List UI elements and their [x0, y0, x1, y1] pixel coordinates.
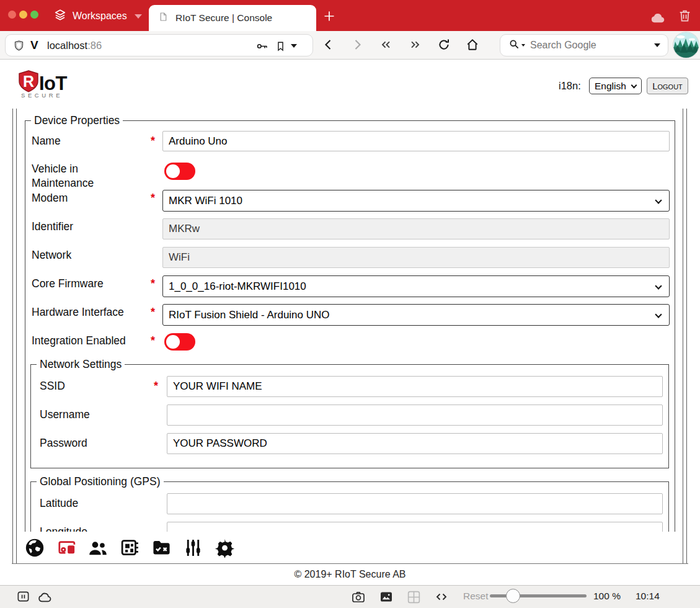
required-marker: * [151, 135, 155, 148]
close-window-button[interactable] [8, 11, 16, 19]
url-field[interactable]: V localhost:86 [5, 34, 313, 56]
device-properties-fieldset: Device Properties Name * Vehicle in Main… [25, 120, 675, 563]
core-firmware-select[interactable]: 1_0_0_16-riot-MKRWIFI1010 [162, 275, 670, 297]
devices-icon-active[interactable] [55, 537, 78, 559]
earth-icon[interactable] [24, 537, 46, 559]
hardware-interface-value: RIoT Fusion Shield - Arduino UNO [169, 309, 330, 321]
bookmark-icon[interactable] [275, 40, 286, 55]
username-input[interactable] [167, 405, 663, 426]
address-toolbar: V localhost:86 [0, 31, 700, 60]
reload-button[interactable] [436, 37, 451, 55]
network-label: Network [32, 249, 71, 262]
panel-toggle-icon[interactable] [16, 589, 30, 606]
i18n-label: i18n: [559, 80, 581, 92]
module-icon[interactable] [118, 537, 141, 559]
logo-iot-text: IoT [39, 73, 68, 94]
integration-enabled-toggle[interactable] [164, 333, 195, 351]
network-input [162, 247, 670, 268]
page-tiling-icon[interactable] [406, 589, 422, 607]
key-icon[interactable] [255, 40, 270, 55]
zoom-slider-thumb[interactable] [506, 589, 520, 603]
search-placeholder: Search Google [530, 40, 654, 51]
images-toggle-icon[interactable] [379, 589, 394, 607]
hardware-interface-label: Hardware Interface [32, 306, 124, 319]
fast-forward-button[interactable] [407, 38, 423, 54]
language-select[interactable]: English [589, 78, 642, 94]
maximize-window-button[interactable] [30, 11, 38, 19]
layers-icon [53, 8, 67, 24]
network-settings-legend: Network Settings [37, 358, 125, 371]
language-value: English [595, 81, 626, 92]
password-label: Password [40, 437, 87, 450]
url-port: :86 [87, 40, 102, 51]
logout-button[interactable]: Logout [647, 78, 688, 94]
core-firmware-value: 1_0_0_16-riot-MKRWIFI1010 [169, 280, 306, 293]
modem-select[interactable]: MKR WiFi 1010 [162, 190, 670, 212]
chevron-down-icon [135, 14, 142, 19]
content-frame-outer: Device Properties Name * Vehicle in Main… [12, 109, 687, 563]
page-icon [158, 11, 169, 25]
toggle-knob [166, 164, 180, 178]
core-firmware-label: Core Firmware [32, 277, 104, 290]
tab-riot-secure-console[interactable]: RIoT Secure | Console [149, 5, 316, 31]
vehicle-in-maintenance-label: Vehicle in Maintenance [32, 162, 112, 190]
url-text: localhost:86 [47, 40, 102, 51]
forward-button[interactable] [350, 37, 365, 55]
trash-icon[interactable] [677, 8, 693, 26]
chevron-down-icon [655, 282, 662, 289]
gps-legend: Global Positioning (GPS) [37, 475, 164, 488]
tasks-folder-icon[interactable] [150, 537, 172, 559]
profile-avatar[interactable] [673, 32, 699, 58]
navigation-buttons [321, 37, 480, 55]
latitude-input[interactable] [167, 493, 663, 514]
url-host: localhost [47, 40, 87, 51]
home-button[interactable] [465, 37, 480, 55]
required-marker: * [154, 380, 158, 393]
chevron-down-icon [655, 197, 662, 203]
username-label: Username [40, 408, 90, 421]
identifier-input [162, 218, 670, 239]
required-marker: * [151, 192, 155, 205]
identifier-label: Identifier [32, 220, 73, 233]
vehicle-in-maintenance-toggle[interactable] [164, 163, 195, 180]
sync-cloud-button[interactable] [649, 10, 667, 26]
tab-title: RIoT Secure | Console [175, 12, 272, 24]
tune-sliders-icon[interactable] [182, 537, 204, 559]
ssid-label: SSID [40, 380, 65, 393]
minimize-window-button[interactable] [19, 11, 27, 19]
chevron-down-icon[interactable] [291, 44, 297, 48]
code-view-icon[interactable] [434, 589, 449, 607]
rewind-button[interactable] [378, 38, 394, 54]
back-button[interactable] [321, 37, 336, 55]
required-marker: * [151, 334, 155, 347]
users-icon[interactable] [87, 537, 109, 559]
chevron-down-icon[interactable] [654, 43, 660, 47]
search-engine-chevron-icon [521, 44, 525, 47]
workspaces-button[interactable]: Workspaces [53, 8, 142, 24]
zoom-reset-button[interactable]: Reset [463, 591, 489, 602]
chevron-down-icon [655, 311, 662, 318]
name-label: Name [32, 135, 61, 148]
bottom-nav-bar [17, 532, 683, 563]
logo-secure-text: SECURE [21, 92, 63, 99]
settings-gear-icon[interactable] [213, 537, 236, 559]
zoom-slider-track[interactable] [490, 594, 587, 597]
modem-label: Modem [32, 192, 68, 205]
name-input[interactable] [162, 131, 670, 151]
content-frame-inner: Device Properties Name * Vehicle in Main… [16, 109, 683, 563]
toggle-knob [166, 335, 180, 349]
cloud-status-icon[interactable] [37, 590, 53, 606]
integration-enabled-label: Integration Enabled [32, 334, 126, 347]
title-bar: Workspaces RIoT Secure | Console [0, 0, 700, 31]
modem-value: MKR WiFi 1010 [169, 195, 242, 207]
capture-camera-icon[interactable] [351, 589, 366, 607]
chevron-down-icon [631, 83, 637, 89]
search-field[interactable]: Search Google [500, 34, 668, 56]
ssid-input[interactable] [167, 376, 663, 397]
browser-window: Workspaces RIoT Secure | Console [0, 0, 700, 608]
new-tab-button[interactable] [322, 9, 337, 24]
password-input[interactable] [167, 433, 663, 454]
search-icon [508, 38, 520, 53]
hardware-interface-select[interactable]: RIoT Fusion Shield - Arduino UNO [162, 304, 670, 326]
workspaces-label: Workspaces [73, 11, 127, 22]
